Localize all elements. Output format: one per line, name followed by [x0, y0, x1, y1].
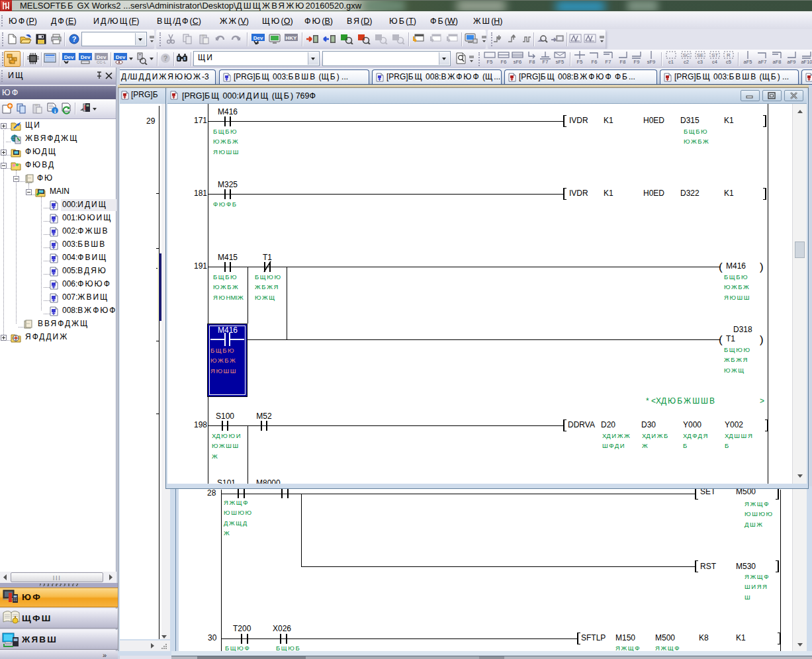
- svg-text:SE: SE: [697, 52, 704, 58]
- svg-text:Dev: Dev: [116, 54, 126, 60]
- svg-text:Dev: Dev: [97, 54, 107, 60]
- svg-text:?: ?: [72, 35, 77, 43]
- svg-text:SC: SC: [682, 52, 690, 58]
- svg-text:ST: ST: [711, 52, 718, 58]
- svg-text:?: ?: [163, 54, 168, 62]
- svg-text:Dev: Dev: [64, 54, 74, 60]
- svg-text:R: R: [727, 52, 731, 58]
- svg-text:Dev: Dev: [253, 35, 263, 41]
- svg-text:HKY: HKY: [286, 35, 298, 41]
- svg-text:CC-L: CC-L: [97, 60, 107, 64]
- svg-text:Dev: Dev: [81, 54, 91, 60]
